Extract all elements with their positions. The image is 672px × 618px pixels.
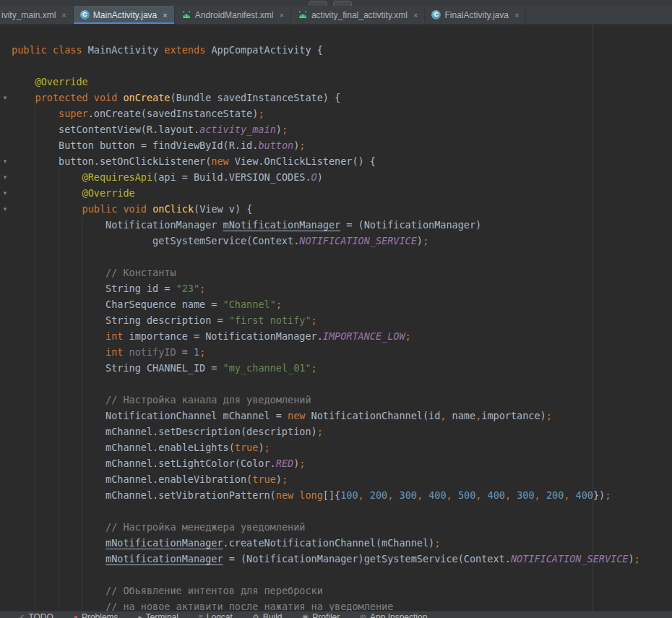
code-line[interactable]: // на новое активити после нажатия на ув… (12, 598, 672, 611)
code-line[interactable]: button.setOnClickListener(new View.OnCli… (12, 153, 672, 169)
class-icon: C (80, 10, 90, 20)
android-icon (298, 10, 308, 20)
tab-androidmanifest-xml[interactable]: AndroidManifest.xml× (175, 6, 291, 24)
code-line[interactable]: mNotificationManager = (NotificationMana… (12, 551, 672, 567)
editor[interactable]: ▾▾▾▾▾ public class MainActivity extends … (0, 25, 672, 611)
tab-ivity-main-xml[interactable]: ivity_main.xml× (0, 6, 74, 24)
tab-close-icon[interactable]: × (413, 11, 418, 20)
tab-label: FinalActivity.java (444, 10, 508, 20)
code-line[interactable]: int importance = NotificationManager.IMP… (12, 328, 672, 344)
code-line[interactable]: super.onCreate(savedInstanceState); (12, 106, 672, 121)
main-toolbar (0, 0, 672, 6)
code-line[interactable]: Button button = findViewById(R.id.button… (12, 137, 672, 153)
android-icon (181, 10, 191, 20)
code-line[interactable]: // Константы (12, 265, 672, 280)
code-lines: public class MainActivity extends AppCom… (0, 25, 672, 611)
code-line[interactable]: NotificationChannel mChannel = new Notif… (12, 408, 672, 424)
tab-close-icon[interactable]: × (163, 11, 167, 20)
tool-window-button-logcat[interactable]: Logcat (199, 612, 233, 618)
code-line[interactable]: String id = "23"; (12, 280, 672, 296)
tab-label: MainActivity.java (93, 10, 157, 20)
tool-window-label: Build (263, 612, 283, 618)
code-line[interactable]: @RequiresApi(api = Build.VERSION_CODES.O… (12, 169, 672, 185)
tool-window-label: Terminal (146, 612, 178, 618)
todo-icon (19, 612, 25, 618)
tab-activity-final-activtity-xml[interactable]: activity_final_activtity.xml× (291, 6, 426, 24)
profiler-icon (303, 612, 309, 618)
tab-close-icon[interactable]: × (279, 11, 283, 20)
code-line[interactable]: mChannel.setDescription(description); (12, 424, 672, 439)
tool-window-bar: TODOProblemsTerminalLogcatBuildProfilerA… (0, 611, 672, 618)
tab-close-icon[interactable]: × (61, 11, 66, 20)
code-line[interactable]: String CHANNEL_ID = "my_channel_01"; (12, 360, 672, 376)
tab-finalactivity-java[interactable]: CFinalActivity.java× (425, 6, 526, 24)
code-line[interactable]: mChannel.setLightColor(Color.RED); (12, 455, 672, 471)
code-line[interactable]: getSystemService(Context.NOTIFICATION_SE… (12, 233, 672, 249)
code-line[interactable] (12, 376, 672, 392)
tool-window-button-profiler[interactable]: Profiler (303, 612, 340, 618)
code-line[interactable] (12, 567, 672, 583)
code-line[interactable]: @Override (12, 74, 672, 90)
code-line[interactable]: // Обьявление интентов для переброски (12, 583, 672, 598)
tool-window-button-todo[interactable]: TODO (19, 612, 53, 618)
code-line[interactable]: mChannel.setVibrationPattern(new long[]{… (12, 487, 672, 503)
code-line[interactable]: CharSequence name = "Channel"; (12, 296, 672, 312)
toolbar-button-fragment[interactable] (333, 1, 352, 6)
code-line[interactable]: // Настройка менеджера уведомлений (12, 519, 672, 535)
code-line[interactable] (12, 503, 672, 519)
tool-window-label: App Inspection (370, 612, 427, 618)
code-line[interactable]: setContentView(R.layout.activity_main); (12, 121, 672, 137)
tool-window-button-build[interactable]: Build (253, 612, 283, 618)
tool-window-button-problems[interactable]: Problems (74, 612, 119, 618)
code-line[interactable]: public void onClick(View v) { (12, 201, 672, 217)
app-inspection-icon (360, 612, 366, 618)
code-line[interactable] (12, 58, 672, 74)
terminal-icon (139, 612, 142, 618)
code-line[interactable]: String description = "first notify"; (12, 312, 672, 328)
problems-icon (74, 612, 78, 618)
code-line[interactable]: @Override (12, 185, 672, 201)
tool-window-label: Profiler (312, 612, 340, 618)
logcat-icon (199, 612, 203, 618)
tool-window-label: TODO (28, 612, 53, 618)
code-line[interactable]: protected void onCreate(Bundle savedInst… (12, 90, 672, 106)
code-line[interactable]: NotificationManager mNotificationManager… (12, 217, 672, 233)
editor-tab-bar: ivity_main.xml×CMainActivity.java×Androi… (0, 6, 672, 25)
tab-mainactivity-java[interactable]: CMainActivity.java× (74, 6, 175, 24)
code-line[interactable] (12, 249, 672, 265)
code-line[interactable]: mNotificationManager.createNotificationC… (12, 535, 672, 551)
code-line[interactable]: public class MainActivity extends AppCom… (12, 42, 672, 58)
code-line[interactable]: mChannel.enableLights(true); (12, 439, 672, 455)
tool-window-button-app-inspection[interactable]: App Inspection (360, 612, 427, 618)
tab-label: AndroidManifest.xml (195, 10, 274, 20)
tool-window-label: Problems (82, 612, 119, 618)
code-line[interactable]: int notifyID = 1; (12, 344, 672, 360)
tab-close-icon[interactable]: × (514, 11, 519, 20)
code-line[interactable]: // Настройка канала для уведомлений (12, 392, 672, 408)
tool-window-button-terminal[interactable]: Terminal (139, 612, 178, 618)
toolbar-button-fragment[interactable] (309, 1, 327, 6)
build-icon (253, 612, 259, 618)
tab-label: activity_final_activtity.xml (311, 10, 408, 20)
class-icon: C (431, 10, 441, 20)
tool-window-label: Logcat (207, 612, 233, 618)
code-line[interactable]: mChannel.enableVibration(true); (12, 471, 672, 487)
tab-label: ivity_main.xml (1, 10, 56, 20)
